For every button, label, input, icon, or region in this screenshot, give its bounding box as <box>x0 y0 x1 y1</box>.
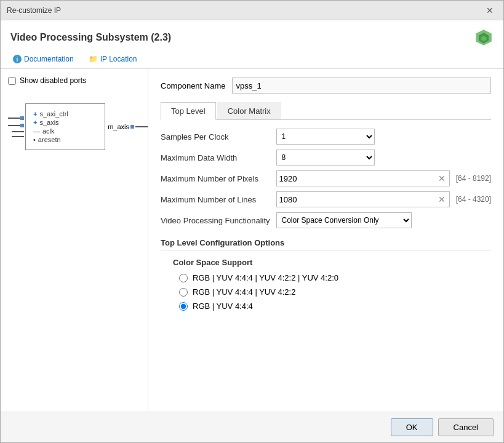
title-bar: Re-customize IP ✕ <box>1 1 503 20</box>
radio-option-3[interactable]: RGB | YUV 4:4:4 <box>179 301 491 311</box>
ip-location-link[interactable]: 📁 IP Location <box>86 54 140 65</box>
port-label-m-axis: m_axis <box>108 123 129 130</box>
samples-per-clock-select[interactable]: 1 2 4 <box>276 129 375 145</box>
header-section: Video Processing Subsystem (2.3) i Docum… <box>1 20 503 69</box>
documentation-label: Documentation <box>24 55 74 63</box>
main-dialog: Re-customize IP ✕ Video Processing Subsy… <box>0 0 504 443</box>
radio-option-2[interactable]: RGB | YUV 4:4:4 | YUV 4:2:2 <box>179 287 491 297</box>
app-header: Video Processing Subsystem (2.3) <box>10 28 494 47</box>
radio-input-1[interactable] <box>179 274 188 282</box>
footer: OK Cancel <box>1 412 503 442</box>
show-disabled-label: Show disabled ports <box>20 76 86 85</box>
max-data-width-label: Maximum Data Width <box>161 153 270 162</box>
radio-input-2[interactable] <box>179 288 188 297</box>
component-diagram: + s_axi_ctrl + s_axis — aclk • aresetn <box>8 103 140 150</box>
radio-option-1[interactable]: RGB | YUV 4:4:4 | YUV 4:2:2 | YUV 4:2:0 <box>179 273 491 282</box>
max-pixels-control: ✕ <box>276 170 450 186</box>
title-bar-left: Re-customize IP <box>7 6 61 15</box>
port-aresetn <box>12 136 24 137</box>
component-name-row: Component Name <box>161 78 491 94</box>
tabs-row: Top Level Color Matrix <box>161 102 491 120</box>
color-space-support-title: Color Space Support <box>173 258 491 267</box>
radio-input-3[interactable] <box>179 302 188 311</box>
info-icon: i <box>13 55 22 63</box>
max-lines-clear[interactable]: ✕ <box>437 194 447 204</box>
content-area: Show disabled ports <box>1 69 503 412</box>
port-aclk <box>12 131 24 132</box>
folder-icon: 📁 <box>89 55 98 63</box>
diagram-box: + s_axi_ctrl + s_axis — aclk • aresetn <box>25 103 105 150</box>
close-button[interactable]: ✕ <box>482 4 497 17</box>
max-data-width-control: 8 10 12 16 <box>276 150 450 166</box>
component-name-label: Component Name <box>161 81 226 90</box>
app-title: Video Processing Subsystem (2.3) <box>10 32 171 43</box>
port-m-axis-group: m_axis <box>108 123 148 130</box>
radio-label-2: RGB | YUV 4:4:4 | YUV 4:2:2 <box>193 287 295 297</box>
max-lines-label: Maximum Number of Lines <box>161 195 270 204</box>
tab-color-matrix[interactable]: Color Matrix <box>217 102 281 119</box>
radio-label-1: RGB | YUV 4:4:4 | YUV 4:2:2 | YUV 4:2:0 <box>193 273 338 282</box>
form-grid: Samples Per Clock 1 2 4 Maximum Data Wid… <box>161 129 491 228</box>
video-processing-label: Video Processing Functionality <box>161 216 270 225</box>
show-disabled-checkbox[interactable] <box>8 77 16 85</box>
samples-per-clock-control: 1 2 4 <box>276 129 450 145</box>
max-pixels-label: Maximum Number of Pixels <box>161 174 270 183</box>
ok-button[interactable]: OK <box>391 418 433 436</box>
max-pixels-input[interactable] <box>279 174 437 183</box>
nav-links: i Documentation 📁 IP Location <box>10 54 494 68</box>
radio-group: RGB | YUV 4:4:4 | YUV 4:2:2 | YUV 4:2:0 … <box>179 273 491 311</box>
show-disabled-row: Show disabled ports <box>8 76 140 85</box>
cancel-button[interactable]: Cancel <box>438 418 494 436</box>
port-label-aresetn: • aresetn <box>33 136 97 143</box>
max-data-width-select[interactable]: 8 10 12 16 <box>276 150 375 166</box>
port-label-s-axi-ctrl: + s_axi_ctrl <box>33 110 97 118</box>
port-s-axi-ctrl <box>8 116 24 120</box>
max-pixels-range: [64 - 8192] <box>456 174 491 183</box>
video-processing-select[interactable]: Color Space Conversion Only Full Process… <box>276 212 412 228</box>
config-section: Top Level Configuration Options Color Sp… <box>161 238 491 311</box>
samples-per-clock-label: Samples Per Clock <box>161 132 270 142</box>
tab-top-level[interactable]: Top Level <box>161 102 216 120</box>
max-lines-control: ✕ <box>276 191 450 207</box>
ip-location-label: IP Location <box>100 55 137 63</box>
left-panel: Show disabled ports <box>1 69 148 412</box>
port-label-s-axis: + s_axis <box>33 119 97 126</box>
title-text: Re-customize IP <box>7 6 61 15</box>
component-name-input[interactable] <box>232 78 492 94</box>
port-label-aclk: — aclk <box>33 127 97 135</box>
port-m-axis-connector <box>130 125 134 129</box>
video-processing-control: Color Space Conversion Only Full Process… <box>276 212 450 228</box>
right-panel: Component Name Top Level Color Matrix Sa… <box>148 69 503 412</box>
radio-label-3: RGB | YUV 4:4:4 <box>193 301 253 311</box>
max-lines-input[interactable] <box>279 195 437 204</box>
documentation-link[interactable]: i Documentation <box>10 54 76 65</box>
max-pixels-clear[interactable]: ✕ <box>437 174 447 183</box>
config-section-title: Top Level Configuration Options <box>161 238 491 250</box>
port-s-axis <box>8 124 24 127</box>
app-logo <box>474 28 494 47</box>
max-lines-range: [64 - 4320] <box>456 195 491 204</box>
